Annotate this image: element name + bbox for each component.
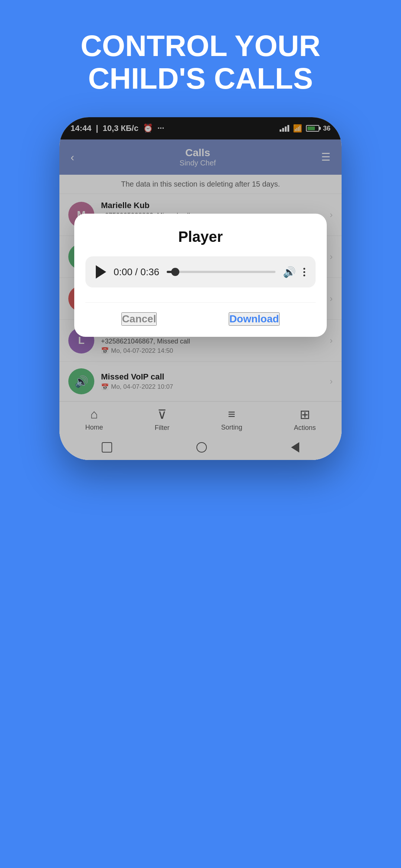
more-options-icon[interactable] [303,268,305,276]
modal-actions: Cancel Download [85,302,316,326]
phone-mockup: 14:44 | 10,3 КБ/с ⏰ ··· 📶 36 ‹ Cal [59,117,342,460]
volume-icon[interactable]: 🔊 [283,266,296,278]
audio-player[interactable]: 0:00 / 0:36 🔊 [85,256,316,287]
player-modal: Player 0:00 / 0:36 🔊 Cancel Do [74,214,327,337]
modal-title: Player [85,228,316,245]
progress-thumb[interactable] [171,268,179,276]
page-title: CONTROL YOUR CHILD'S CALLS [58,30,343,95]
cancel-button[interactable]: Cancel [121,312,157,326]
download-button[interactable]: Download [229,312,280,326]
play-button[interactable] [96,265,106,279]
time-display: 0:00 / 0:36 [114,266,159,278]
progress-track[interactable] [167,271,276,273]
modal-overlay: Player 0:00 / 0:36 🔊 Cancel Do [59,117,342,460]
